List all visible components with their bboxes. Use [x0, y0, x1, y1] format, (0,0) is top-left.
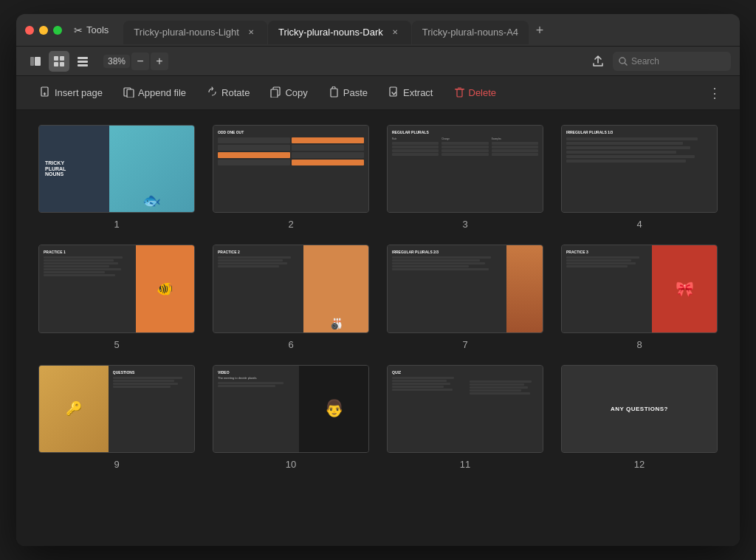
tab-light[interactable]: Tricky-plural-nouns-Light ✕ [123, 21, 267, 44]
action-bar: Insert page Append file Rotate Copy Past… [16, 76, 740, 110]
title-bar: ✂ Tools Tricky-plural-nouns-Light ✕ Tric… [16, 14, 740, 47]
slide-thumbnail[interactable]: IRREGULAR PLURALS 2/3 [387, 245, 543, 332]
slide-number: 6 [288, 339, 293, 350]
paste-label: Paste [343, 87, 368, 98]
slide-item[interactable]: IRREGULAR PLURALS 2/3 [387, 245, 543, 349]
slide-title: ODD ONE OUT [218, 130, 364, 134]
extract-button[interactable]: Extract [379, 83, 441, 103]
tab-light-close[interactable]: ✕ [245, 27, 257, 38]
slide-thumbnail[interactable]: IRREGULAR PLURALS 1/3 [561, 125, 718, 213]
tab-dark[interactable]: Tricky-plural-nouns-Dark ✕ [268, 21, 411, 44]
minimize-button[interactable] [39, 26, 48, 35]
svg-rect-20 [455, 89, 464, 90]
slide-title: REGULAR PLURALS [392, 130, 538, 134]
tools-menu[interactable]: ✂ Tools [74, 24, 109, 36]
append-file-button[interactable]: Append file [114, 83, 195, 103]
practice-decoration: 🎳 [330, 318, 343, 332]
rotate-label: Rotate [221, 87, 250, 98]
fish-decoration: 🐟 [142, 191, 161, 209]
search-box[interactable] [613, 52, 731, 71]
practice-decoration: 🎀 [676, 280, 694, 298]
slide-item[interactable]: ODD ONE OUT 2 [213, 125, 369, 230]
slide-thumbnail[interactable]: PRACTICE 2 🎳 [213, 245, 369, 332]
slide-number: 4 [636, 219, 642, 230]
delete-button[interactable]: Delete [445, 83, 506, 103]
slide-thumbnail[interactable]: PRACTICE 3 🎀 [561, 245, 718, 332]
slide-item[interactable]: REGULAR PLURALS Rule Change [387, 125, 543, 230]
slide-content: ANY QUESTIONS? [611, 406, 668, 412]
slide-item[interactable]: IRREGULAR PLURALS 1/3 4 [561, 125, 718, 230]
tab-a4[interactable]: Tricky-plural-nouns-A4 [412, 21, 529, 44]
svg-rect-15 [127, 89, 134, 98]
sidebar-toggle[interactable] [25, 51, 46, 72]
slide-item[interactable]: TRICKYPLURALNOUNS 🐟 1 [38, 125, 195, 230]
svg-rect-17 [271, 89, 278, 98]
slide-item[interactable]: QUIZ [387, 365, 543, 470]
rotate-icon [207, 86, 218, 100]
append-file-label: Append file [138, 87, 186, 98]
slide-thumbnail[interactable]: VIDEO The meeting to decide plurals 👨 [213, 365, 369, 453]
copy-button[interactable]: Copy [261, 83, 316, 103]
slide-title: QUESTIONS [113, 370, 190, 375]
svg-rect-0 [30, 57, 34, 66]
extract-icon [388, 86, 399, 100]
svg-rect-2 [54, 56, 58, 61]
tab-dark-close[interactable]: ✕ [389, 27, 401, 38]
slide-item[interactable]: PRACTICE 2 🎳 [213, 245, 369, 349]
svg-rect-3 [60, 56, 64, 61]
zoom-label[interactable]: 38% [103, 55, 130, 68]
video-thumbnail: 👨 [324, 399, 344, 418]
traffic-lights [25, 26, 62, 35]
tabs-container: Tricky-plural-nouns-Light ✕ Tricky-plura… [123, 16, 731, 44]
slide-title: PRACTICE 1 [44, 250, 131, 254]
more-options-button[interactable]: ⋮ [704, 81, 725, 105]
slide-thumbnail[interactable]: ANY QUESTIONS? [561, 365, 718, 453]
share-button[interactable] [588, 51, 608, 72]
slide-title: QUIZ [392, 370, 461, 375]
slide-item[interactable]: PRACTICE 1 [38, 245, 195, 349]
extract-label: Extract [403, 87, 433, 98]
insert-page-icon [40, 86, 51, 100]
copy-label: Copy [285, 87, 307, 98]
slide-number: 1 [114, 219, 119, 230]
svg-rect-6 [78, 57, 88, 59]
slide-item[interactable]: 🔑 QUESTIONS [38, 365, 195, 470]
grid-view-button[interactable] [49, 51, 69, 72]
slide-title: IRREGULAR PLURALS 2/3 [392, 250, 502, 254]
svg-rect-19 [390, 87, 396, 96]
slide-title: VIDEO [218, 370, 295, 375]
slide-title: PRACTICE 2 [218, 250, 299, 254]
delete-label: Delete [469, 87, 497, 98]
svg-rect-8 [78, 64, 88, 66]
slide-number: 12 [634, 459, 645, 470]
slide-thumbnail[interactable]: TRICKYPLURALNOUNS 🐟 [38, 125, 195, 213]
slide-thumbnail[interactable]: REGULAR PLURALS Rule Change [387, 125, 543, 213]
tab-a4-label: Tricky-plural-nouns-A4 [422, 27, 518, 38]
zoom-in-button[interactable]: + [151, 52, 168, 70]
slide-thumbnail[interactable]: QUIZ [387, 365, 543, 453]
paste-button[interactable]: Paste [320, 83, 377, 103]
slide-thumbnail[interactable]: 🔑 QUESTIONS [38, 365, 195, 453]
main-content: TRICKYPLURALNOUNS 🐟 1 ODD ON [16, 110, 740, 546]
slide-item[interactable]: VIDEO The meeting to decide plurals 👨 [213, 365, 369, 470]
delete-icon [454, 86, 465, 100]
zoom-out-button[interactable]: − [131, 52, 149, 70]
slide-item[interactable]: ANY QUESTIONS? 12 [561, 365, 718, 470]
insert-page-button[interactable]: Insert page [31, 83, 111, 103]
slide-title: PRACTICE 3 [566, 250, 647, 254]
svg-rect-7 [78, 61, 88, 63]
slide-thumbnail[interactable]: ODD ONE OUT [213, 125, 369, 213]
add-tab-button[interactable]: + [529, 21, 550, 41]
slide-thumbnail[interactable]: PRACTICE 1 [38, 245, 195, 332]
search-input[interactable] [631, 56, 720, 66]
slides-grid: TRICKYPLURALNOUNS 🐟 1 ODD ON [38, 125, 718, 470]
svg-rect-5 [60, 62, 64, 66]
slide-item[interactable]: PRACTICE 3 🎀 [561, 245, 718, 349]
list-view-button[interactable] [72, 51, 93, 72]
rotate-button[interactable]: Rotate [198, 83, 258, 103]
close-button[interactable] [25, 26, 34, 35]
slide-content: TRICKYPLURALNOUNS [45, 160, 103, 177]
maximize-button[interactable] [53, 26, 62, 35]
slide-number: 7 [462, 339, 467, 350]
slide-number: 10 [286, 459, 296, 470]
